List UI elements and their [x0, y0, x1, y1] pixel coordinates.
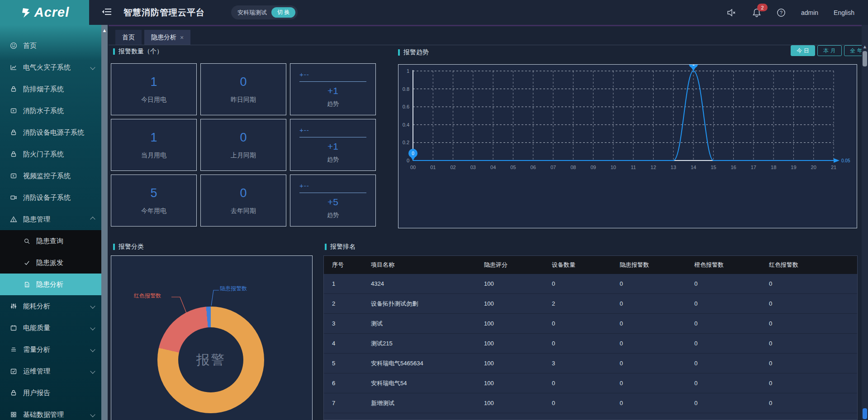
stat-card-month-trend: +-- +1 趋势 [290, 119, 376, 171]
table-cell: 100 [476, 380, 544, 387]
stat-value: 0 [240, 75, 247, 89]
donut-chart[interactable]: 报警 [157, 307, 264, 413]
sidebar-item-video-monitor[interactable]: 视频监控子系统 [0, 165, 101, 187]
sidebar-item-demand-analysis[interactable]: 需量分析 [0, 339, 101, 360]
trend-delta: +1 [299, 141, 366, 152]
table-cell: 0 [761, 280, 857, 287]
stat-label: 今日用电 [141, 96, 166, 104]
stat-card-day-trend: +-- +1 趋势 [290, 63, 376, 115]
tab-home[interactable]: 首页 [115, 30, 142, 45]
table-cell: 测试 [363, 320, 476, 328]
sidebar-item-home[interactable]: 首页 [0, 35, 101, 57]
sidebar-item-fire-equipment[interactable]: 消防设备子系统 [0, 187, 101, 208]
svg-text:20: 20 [811, 165, 816, 170]
stat-card-last-month: 0 上月同期 [200, 119, 286, 171]
svg-text:08: 08 [570, 165, 576, 170]
switch-project-button[interactable]: 切 换 [271, 7, 295, 18]
video-play-icon [10, 172, 17, 179]
camera-icon [10, 194, 17, 201]
alarm-ranking-title: 报警排名 [325, 243, 356, 251]
svg-text:0: 0 [412, 151, 414, 156]
trend-range-buttons: 今 日 本 月 全 年 [791, 45, 868, 56]
mute-button[interactable] [727, 8, 737, 17]
sidebar-scrollbar[interactable]: ▲ [101, 25, 108, 420]
main-content: 首页 隐患分析 × 报警数量（个） 1 今日用电 0 昨日同期 +-- [109, 25, 862, 420]
stat-value: 1 [150, 75, 157, 89]
sidebar-item-label: 消防设备电源子系统 [23, 128, 84, 137]
table-cell: 4324 [363, 280, 476, 287]
sidebar-item-label: 视频监控子系统 [23, 172, 71, 180]
range-button-month[interactable]: 本 月 [817, 45, 842, 56]
smile-icon [10, 42, 17, 49]
scrollbar-up-arrow-icon[interactable]: ▲ [862, 44, 868, 49]
sidebar-item-electrical-fire[interactable]: 电气火灾子系统 [0, 57, 101, 78]
table-row[interactable]: 5安科瑞电气54656341003000 [324, 354, 857, 373]
sidebar-collapse-button[interactable] [102, 8, 112, 18]
table-row[interactable]: 6安科瑞电气541000000 [324, 373, 857, 393]
chevron-up-icon [90, 217, 95, 222]
table-cell: 100 [476, 300, 544, 307]
help-button[interactable]: ? [777, 8, 786, 17]
stat-value: 0 [240, 186, 247, 200]
sidebar-item-hazard-management[interactable]: 隐患管理 [0, 208, 101, 230]
range-button-today[interactable]: 今 日 [791, 45, 815, 56]
table-cell: 0 [761, 320, 857, 327]
scrollbar-thumb-blue[interactable] [863, 408, 867, 419]
table-row[interactable]: 4测试2151000000 [324, 334, 857, 354]
svg-text:0.6: 0.6 [403, 104, 409, 109]
table-row[interactable]: 143241000000 [324, 274, 857, 294]
table-cell: 0 [686, 320, 761, 327]
sidebar-item-hazard-analysis[interactable]: 隐患分析 [0, 274, 101, 295]
trend-delta: +5 [299, 197, 366, 208]
question-circle-icon: ? [777, 8, 786, 17]
table-row[interactable]: 7新增测试1000000 [324, 393, 857, 413]
close-tab-icon[interactable]: × [180, 34, 184, 41]
chevron-down-icon [90, 347, 95, 352]
table-cell: 100 [476, 320, 544, 327]
sidebar-item-base-data[interactable]: 基础数据管理 [0, 404, 101, 420]
table-row[interactable]: 2设备拓扑测试勿删1002000 [324, 294, 857, 314]
svg-text:09: 09 [590, 165, 596, 170]
fraction-line [299, 137, 366, 137]
table-cell: 测试215 [363, 340, 476, 348]
tab-hazard-analysis[interactable]: 隐患分析 × [144, 30, 190, 45]
sidebar-item-fire-door[interactable]: 防火门子系统 [0, 143, 101, 165]
sidebar-item-fire-water[interactable]: 消防水子系统 [0, 100, 101, 122]
svg-text:07: 07 [550, 165, 556, 170]
title-accent-bar [398, 49, 400, 56]
page-scrollbar[interactable]: ▲ [862, 25, 868, 420]
panel-title-text: 报警分类 [119, 243, 144, 251]
trend-label: 趋势 [299, 100, 366, 108]
sidebar-item-hazard-dispatch[interactable]: 隐患派发 [0, 252, 101, 274]
alarm-trend-chart-panel: 00.20.40.60.8100010203040506070809101112… [398, 64, 857, 228]
sidebar-item-hazard-query[interactable]: 隐患查询 [0, 230, 101, 252]
sidebar-item-label: 隐患分析 [36, 280, 63, 289]
sidebar-item-energy-analysis[interactable]: 能耗分析 [0, 295, 101, 317]
sidebar-item-power-quality[interactable]: 电能质量 [0, 317, 101, 339]
language-switch[interactable]: English [834, 9, 854, 16]
table-cell: 2 [324, 300, 363, 307]
sidebar-item-label: 首页 [23, 42, 37, 50]
alarm-category-panel: 报警 红色报警数 隐患报警数 [111, 255, 313, 420]
title-accent-bar [113, 48, 115, 55]
sidebar-item-ops-management[interactable]: 运维管理 [0, 360, 101, 382]
username[interactable]: admin [801, 9, 818, 16]
fraction-line [299, 193, 366, 193]
table-row[interactable]: 3测试1000000 [324, 314, 857, 334]
table-cell: 0 [761, 360, 857, 367]
sidebar-item-user-report[interactable]: 用户报告 [0, 382, 101, 404]
trend-delta: +1 [299, 85, 366, 96]
svg-text:0.8: 0.8 [403, 86, 409, 92]
svg-text:12: 12 [650, 165, 656, 170]
notifications-button[interactable]: 2 [752, 8, 761, 17]
sidebar-item-smoke-control[interactable]: 防排烟子系统 [0, 78, 101, 100]
document-icon [24, 281, 30, 288]
trend-numerator: +-- [299, 182, 366, 189]
scrollbar-thumb[interactable] [863, 51, 867, 66]
table-cell: 0 [544, 280, 612, 287]
stat-card-yesterday: 0 昨日同期 [200, 63, 286, 115]
sidebar-item-fire-power[interactable]: 消防设备电源子系统 [0, 122, 101, 143]
tab-label: 隐患分析 [151, 33, 176, 42]
chevron-down-icon [90, 368, 95, 373]
scrollbar-up-arrow-icon[interactable]: ▲ [101, 28, 108, 33]
